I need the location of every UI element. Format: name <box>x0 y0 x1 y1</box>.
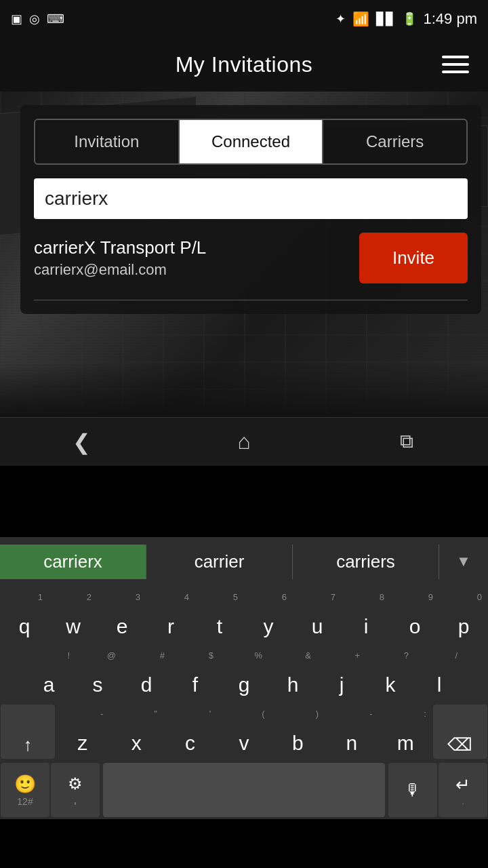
tab-invitation[interactable]: Invitation <box>35 120 180 163</box>
signal-icon: ▊▊ <box>376 12 395 26</box>
nav-recent-button[interactable]: ⧉ <box>325 418 488 467</box>
search-input[interactable] <box>45 188 457 210</box>
key-t[interactable]: 5t <box>196 588 243 642</box>
autocomplete-bar: carrierx carrier carriers ▼ <box>0 537 488 586</box>
invite-button[interactable]: Invite <box>359 233 468 283</box>
back-icon: ❮ <box>73 429 91 455</box>
key-microphone[interactable]: 🎙 <box>388 763 437 817</box>
key-j[interactable]: +j <box>318 646 365 701</box>
key-q[interactable]: 1q <box>1 588 48 642</box>
key-u[interactable]: 7u <box>293 588 341 642</box>
result-text: carrierX Transport P/L carrierx@email.co… <box>34 237 206 279</box>
wifi-icon: 📶 <box>352 11 369 27</box>
key-x[interactable]: "x <box>110 705 162 759</box>
key-emoji[interactable]: 🙂 12# <box>1 763 49 817</box>
key-settings[interactable]: ⚙ , <box>51 763 100 817</box>
key-enter[interactable]: ↵ . <box>439 763 487 817</box>
hamburger-line-1 <box>442 56 469 58</box>
nav-back-button[interactable]: ❮ <box>0 418 163 467</box>
page-title: My Invitations <box>176 52 313 77</box>
screen-icon: ▣ <box>11 12 22 26</box>
key-i[interactable]: 8i <box>342 588 390 642</box>
top-nav: My Invitations <box>0 37 488 92</box>
key-l[interactable]: /l <box>415 646 463 701</box>
key-b[interactable]: )b <box>272 705 324 759</box>
keyboard-row-3: ↑ -z "x 'c (v )b -n :m ⌫ <box>0 703 488 761</box>
key-f[interactable]: $f <box>171 646 219 701</box>
hamburger-line-2 <box>442 63 469 66</box>
keyboard-row-1: 1q 2w 3e 4r 5t 6y 7u 8i 9o 0p <box>0 586 488 644</box>
hamburger-menu-button[interactable] <box>436 50 474 79</box>
key-shift[interactable]: ↑ <box>1 705 55 759</box>
key-h[interactable]: &h <box>269 646 317 701</box>
key-s[interactable]: @s <box>74 646 121 701</box>
status-bar-left-icons: ▣ ◎ ⌨ <box>11 12 64 26</box>
autocomplete-item-2[interactable]: carriers <box>293 545 439 579</box>
keyboard-row-2: !a @s #d $f %g &h +j ?k /l <box>0 644 488 703</box>
key-y[interactable]: 6y <box>245 588 292 642</box>
keyboard-bottom-row: 🙂 12# ⚙ , 🎙 ↵ . <box>0 761 488 819</box>
key-k[interactable]: ?k <box>367 646 414 701</box>
status-bar-right-icons: ✦ 📶 ▊▊ 🔋 1:49 pm <box>336 10 478 28</box>
invitations-card: Invitation Connected Carriers carrierX T… <box>20 105 481 314</box>
tab-group: Invitation Connected Carriers <box>34 119 468 165</box>
key-r[interactable]: 4r <box>147 588 195 642</box>
background-area: Invitation Connected Carriers carrierX T… <box>0 92 488 417</box>
autocomplete-item-0[interactable]: carrierx <box>0 545 146 579</box>
battery-icon: 🔋 <box>402 12 417 26</box>
result-company: carrierX Transport P/L <box>34 237 206 258</box>
bluetooth-icon: ✦ <box>336 12 346 26</box>
key-v[interactable]: (v <box>218 705 270 759</box>
autocomplete-item-1[interactable]: carrier <box>146 545 293 579</box>
key-w[interactable]: 2w <box>49 588 97 642</box>
search-input-wrapper[interactable] <box>34 178 468 219</box>
timer-icon: ◎ <box>29 12 40 26</box>
autocomplete-expand-button[interactable]: ▼ <box>439 546 488 577</box>
tab-carriers[interactable]: Carriers <box>323 120 466 163</box>
key-c[interactable]: 'c <box>164 705 216 759</box>
keyboard: carrierx carrier carriers ▼ 1q 2w 3e 4r … <box>0 537 488 819</box>
key-n[interactable]: -n <box>325 705 378 759</box>
result-email: carrierx@email.com <box>34 261 206 279</box>
status-time: 1:49 pm <box>424 10 478 28</box>
status-bar: ▣ ◎ ⌨ ✦ 📶 ▊▊ 🔋 1:49 pm <box>0 0 488 37</box>
key-e[interactable]: 3e <box>98 588 146 642</box>
recent-icon: ⧉ <box>400 431 413 453</box>
search-result-item: carrierX Transport P/L carrierx@email.co… <box>34 230 468 289</box>
key-space[interactable] <box>103 763 385 817</box>
keyboard-icon: ⌨ <box>47 12 64 26</box>
key-z[interactable]: -z <box>56 705 108 759</box>
key-m[interactable]: :m <box>380 705 432 759</box>
result-divider <box>34 300 468 300</box>
home-icon: ⌂ <box>237 429 250 454</box>
key-g[interactable]: %g <box>220 646 268 701</box>
nav-home-button[interactable]: ⌂ <box>163 418 325 467</box>
key-o[interactable]: 9o <box>391 588 439 642</box>
key-d[interactable]: #d <box>123 646 170 701</box>
key-backspace[interactable]: ⌫ <box>433 705 487 759</box>
hamburger-line-3 <box>442 71 469 73</box>
key-p[interactable]: 0p <box>440 588 487 642</box>
bottom-nav: ❮ ⌂ ⧉ <box>0 417 488 466</box>
key-a[interactable]: !a <box>25 646 73 701</box>
tab-connected[interactable]: Connected <box>180 120 324 163</box>
